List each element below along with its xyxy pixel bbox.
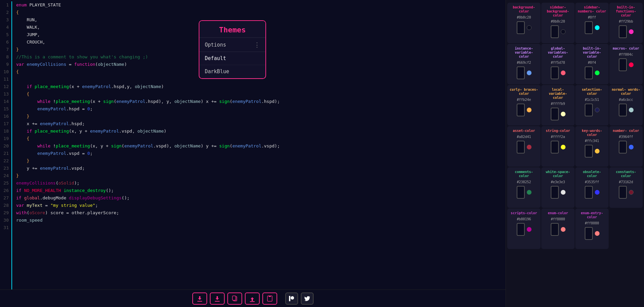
color-dot <box>629 29 634 34</box>
phone-preview-icon <box>585 145 593 158</box>
themes-popup: Themes Options ⋮ Default DarkBlue <box>199 20 266 79</box>
color-dot <box>561 71 566 75</box>
download-button[interactable] <box>192 292 207 305</box>
palette-cell-local-variable-color[interactable]: local- variable- color#ffffb9 <box>541 85 575 125</box>
phone-preview-icon <box>585 227 593 240</box>
color-dot <box>527 145 532 149</box>
phone-preview-icon <box>585 186 593 199</box>
twitter-button[interactable] <box>301 292 314 305</box>
themes-options-label: Options <box>205 42 226 48</box>
palette-cell-number-color[interactable]: number- color#3964ff <box>609 126 643 167</box>
phone-preview-icon <box>517 141 525 154</box>
upload-button[interactable] <box>245 292 260 305</box>
phone-preview-icon <box>585 21 593 34</box>
palette-cell-asset-color[interactable]: asset-color#a82d41 <box>507 126 541 167</box>
color-dot <box>629 62 634 67</box>
theme-darkblue[interactable]: DarkBlue <box>199 65 265 78</box>
line-numbers: 1234567891011121314151617181920212223242… <box>0 1 12 289</box>
palette-cell-key-words-color[interactable]: key-words- color#ffc341 <box>575 126 609 167</box>
color-dot <box>527 25 532 30</box>
palette-cell-normal-words-color[interactable]: normal- words-color#a6cbcc <box>609 85 643 125</box>
palette-cell-global-variables-color[interactable]: global- variables- color#ff5d78 <box>541 44 575 84</box>
color-dot <box>561 227 566 232</box>
phone-preview-icon <box>619 141 627 154</box>
palette-cell-white-space-color[interactable]: white-space- color#e3e3e3 <box>541 167 575 208</box>
svg-rect-1 <box>232 296 236 300</box>
phone-preview-icon <box>619 58 627 71</box>
palette-cell-constants-color[interactable]: constants- color#73162d <box>609 167 643 208</box>
palette-cell-selection-color[interactable]: selection- color#1c1c51 <box>575 85 609 125</box>
phone-preview-icon <box>517 186 525 199</box>
phone-preview-icon <box>517 223 525 236</box>
theme-default[interactable]: Default <box>199 52 265 65</box>
phone-preview-icon <box>551 25 559 38</box>
color-dot <box>561 29 566 34</box>
color-dot <box>561 112 566 116</box>
color-dot <box>595 190 600 195</box>
color-dot <box>595 71 600 75</box>
svg-point-3 <box>291 296 294 300</box>
color-dot <box>527 190 532 195</box>
patreon-button[interactable] <box>285 292 298 305</box>
palette-cell-sidebar-background-color[interactable]: sidebar- background- color#0b0c20 <box>541 3 575 43</box>
palette-cell-background-color[interactable]: background- color#0b0c20 <box>507 3 541 43</box>
color-dot <box>527 71 532 75</box>
palette-panel: background- color#0b0c20sidebar- backgro… <box>506 0 644 307</box>
palette-grid: background- color#0b0c20sidebar- backgro… <box>507 2 643 250</box>
palette-cell-built-functions-color[interactable]: built-in- functions- color#ff29bb <box>609 3 643 43</box>
color-dot <box>595 25 600 30</box>
svg-rect-4 <box>289 296 290 301</box>
color-dot <box>595 231 600 236</box>
phone-preview-icon <box>551 108 559 120</box>
color-dot <box>561 145 566 149</box>
palette-cell-curly-braces-color[interactable]: curly- braces-color#ffb24e <box>507 85 541 125</box>
phone-preview-icon <box>619 25 627 38</box>
clipboard-button[interactable] <box>262 292 277 305</box>
palette-cell-string-color[interactable]: string-color#ffff2a <box>541 126 575 167</box>
phone-preview-icon <box>517 104 525 116</box>
color-dot <box>527 227 532 232</box>
palette-cell-sidebar-numbers-color[interactable]: sidebar- numbers- color#0ff <box>575 3 609 43</box>
color-dot <box>595 149 600 154</box>
palette-cell-macros-color[interactable]: macros- color#ff004c <box>609 44 643 84</box>
palette-cell-enum-color[interactable]: enum-color#ff8080 <box>541 208 575 249</box>
color-dot <box>629 190 634 195</box>
copy-button[interactable] <box>227 292 242 305</box>
palette-cell-instance-variable-color[interactable]: instance- variable- color#669cf2 <box>507 44 541 84</box>
phone-preview-icon <box>619 104 627 116</box>
phone-preview-icon <box>551 141 559 154</box>
download-alt-button[interactable] <box>210 292 225 305</box>
phone-preview-icon <box>551 66 559 79</box>
code-editor: 1234567891011121314151617181920212223242… <box>0 0 506 307</box>
phone-preview-icon <box>585 66 593 79</box>
bottom-toolbar <box>0 289 506 307</box>
phone-preview-icon <box>585 104 593 116</box>
color-dot <box>527 108 532 112</box>
palette-cell-enum-entry-color[interactable]: enum-entry- color#ff8080 <box>575 208 609 249</box>
palette-cell-scripts-color[interactable]: scripts-color#b80196 <box>507 208 541 249</box>
palette-cell-comments-color[interactable]: comments- color#238252 <box>507 167 541 208</box>
phone-preview-icon <box>551 186 559 199</box>
color-dot <box>629 108 634 112</box>
phone-preview-icon <box>517 66 525 79</box>
themes-title: Themes <box>199 21 265 38</box>
palette-cell-obsolete-color[interactable]: obsolete- color#3535ff <box>575 167 609 208</box>
phone-preview-icon <box>551 223 559 236</box>
palette-cell-built-in-variable-color[interactable]: built-in- variable- color#0f4 <box>575 44 609 84</box>
themes-options-menu-button[interactable]: ⋮ <box>254 41 260 48</box>
color-dot <box>561 190 566 195</box>
color-dot <box>595 108 600 112</box>
phone-preview-icon <box>619 186 627 199</box>
phone-preview-icon <box>517 21 525 34</box>
color-dot <box>629 145 634 149</box>
